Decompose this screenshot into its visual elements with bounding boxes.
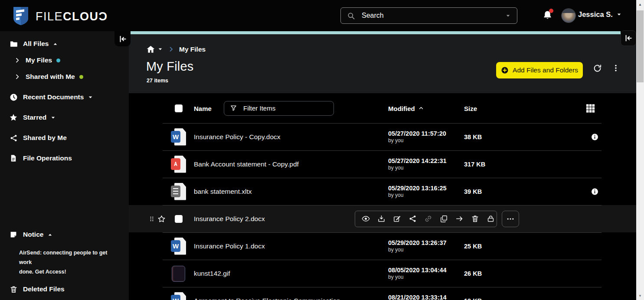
scrollbar-up-icon[interactable]: ▲ bbox=[636, 1, 644, 8]
file-name[interactable]: Insurance Policy 1.docx bbox=[194, 242, 265, 250]
notifications-button[interactable] bbox=[543, 10, 553, 21]
table-row[interactable]: kunst142.gif08/05/2020 13:04:44by you26 … bbox=[129, 260, 636, 287]
table-row[interactable]: Bank Account statement - Copy.pdf05/27/2… bbox=[129, 150, 636, 178]
grid-icon bbox=[585, 103, 595, 113]
collapse-right-icon bbox=[624, 34, 633, 42]
sidebar-item-label: All Files bbox=[23, 40, 49, 48]
user-name-label: Jessica S. bbox=[578, 10, 613, 19]
modified-cell: 05/29/2020 13:16:25by you bbox=[388, 185, 447, 198]
lock-icon[interactable] bbox=[487, 215, 495, 223]
modified-date: 05/27/2020 14:22:31 bbox=[388, 157, 447, 164]
sidebar-item-starred[interactable]: Starred bbox=[0, 109, 129, 126]
name-column-header[interactable]: Name bbox=[194, 104, 212, 112]
file-name[interactable]: Agreement to Receive Electronic Communic… bbox=[194, 297, 340, 300]
scrollbar-thumb[interactable] bbox=[637, 10, 644, 82]
note-icon bbox=[9, 231, 18, 238]
link-icon[interactable] bbox=[424, 215, 432, 223]
size-column-header[interactable]: Size bbox=[464, 104, 477, 112]
sidebar-item-shared-by-me[interactable]: Shared by Me bbox=[0, 130, 129, 146]
modified-column-header[interactable]: Modified bbox=[388, 104, 424, 112]
global-search[interactable] bbox=[340, 7, 517, 24]
file-name[interactable]: kunst142.gif bbox=[194, 270, 230, 277]
scrollbar[interactable]: ▲ ▼ bbox=[636, 0, 644, 300]
table-row[interactable]: WAgreement to Receive Electronic Communi… bbox=[129, 287, 636, 300]
brand-text: FILECLOUƆ bbox=[36, 10, 108, 23]
sidebar-collapse-button[interactable] bbox=[114, 31, 131, 46]
row-checkbox[interactable] bbox=[175, 215, 183, 223]
scrollbar-down-icon[interactable]: ▼ bbox=[636, 292, 644, 299]
filter-box[interactable] bbox=[224, 101, 334, 116]
table-row[interactable]: bank statement.xltx05/29/2020 13:16:25by… bbox=[129, 178, 636, 205]
delete-icon[interactable] bbox=[471, 215, 479, 223]
chevron-right-icon bbox=[14, 74, 20, 80]
breadcrumb-home-button[interactable] bbox=[146, 45, 163, 54]
file-icon bbox=[9, 154, 18, 162]
add-files-button[interactable]: Add Files and Folders bbox=[496, 62, 583, 78]
more-options-button[interactable] bbox=[611, 64, 620, 72]
main-header: My Files My Files 27 items Add Files and… bbox=[129, 34, 636, 93]
caret-up-icon bbox=[52, 41, 58, 47]
preview-icon[interactable] bbox=[362, 215, 370, 223]
file-table-header: Name Modified Size bbox=[129, 93, 636, 123]
sidebar-item-all-files[interactable]: All Files bbox=[0, 36, 129, 52]
refresh-button[interactable] bbox=[593, 64, 602, 73]
plus-circle-icon bbox=[501, 66, 509, 74]
file-type-icon-pdf bbox=[171, 155, 186, 173]
info-icon[interactable] bbox=[591, 188, 598, 195]
refresh-icon bbox=[593, 64, 602, 73]
file-name[interactable]: Bank Account statement - Copy.pdf bbox=[194, 160, 299, 168]
sidebar-item-label: File Operations bbox=[23, 154, 72, 162]
user-menu[interactable]: Jessica S. bbox=[578, 10, 622, 19]
breadcrumb-current[interactable]: My Files bbox=[179, 46, 206, 53]
sidebar-item-deleted-files[interactable]: Deleted Files bbox=[0, 281, 129, 297]
file-name[interactable]: bank statement.xltx bbox=[194, 188, 252, 196]
file-table: Name Modified Size WInsurance Policy - C… bbox=[129, 93, 636, 300]
file-type-icon-docx: W bbox=[171, 128, 186, 146]
brand-text-file: FILE bbox=[36, 10, 63, 23]
edit-icon[interactable] bbox=[393, 215, 401, 223]
avatar[interactable] bbox=[561, 8, 576, 23]
file-name[interactable]: Insurance Policy - Copy.docx bbox=[194, 133, 281, 141]
top-bar: FILECLOUƆ Jessica S. bbox=[0, 0, 636, 31]
notice-text-line2: done. Get Access! bbox=[19, 267, 114, 277]
move-icon[interactable] bbox=[455, 215, 464, 223]
user-menu-caret-icon bbox=[616, 12, 622, 17]
row-more-button[interactable] bbox=[502, 211, 519, 227]
sidebar-item-my-files[interactable]: My Files bbox=[0, 52, 129, 68]
sidebar-item-file-operations[interactable]: File Operations bbox=[0, 150, 129, 166]
info-icon[interactable] bbox=[591, 133, 598, 140]
modified-by: by you bbox=[388, 274, 447, 280]
grid-view-button[interactable] bbox=[585, 103, 595, 113]
copy-icon[interactable] bbox=[440, 215, 448, 223]
chevron-right-icon bbox=[14, 57, 20, 63]
size-cell: 317 KB bbox=[464, 161, 485, 168]
home-icon bbox=[146, 45, 155, 54]
star-icon bbox=[9, 113, 18, 122]
search-scope-caret-icon[interactable] bbox=[505, 13, 511, 19]
search-input[interactable] bbox=[361, 11, 505, 20]
modified-by: by you bbox=[388, 192, 447, 198]
drag-handle-icon[interactable] bbox=[149, 215, 155, 222]
table-row[interactable]: WInsurance Policy 1.docx05/29/2020 13:26… bbox=[129, 232, 636, 260]
size-cell: 39 KB bbox=[464, 188, 482, 195]
sidebar-item-shared-with-me[interactable]: Shared with Me bbox=[0, 68, 129, 85]
download-icon[interactable] bbox=[377, 215, 386, 223]
filecloud-logo[interactable]: FILECLOUƆ bbox=[12, 6, 108, 27]
caret-down-icon bbox=[50, 115, 56, 121]
modified-date: 08/21/2020 13:33:14 bbox=[388, 294, 447, 300]
clock-icon bbox=[9, 93, 18, 101]
sidebar-item-recent-documents[interactable]: Recent Documents bbox=[0, 89, 129, 105]
table-row[interactable]: Insurance Policy 2.docx bbox=[129, 205, 636, 232]
sidebar-item-notice[interactable]: Notice bbox=[0, 226, 129, 243]
filter-input[interactable] bbox=[242, 104, 330, 112]
sidebar-item-label: Shared by Me bbox=[23, 134, 67, 142]
panel-collapse-button[interactable] bbox=[621, 30, 636, 46]
table-row[interactable]: WInsurance Policy - Copy.docx05/27/2020 … bbox=[129, 123, 636, 150]
file-name[interactable]: Insurance Policy 2.docx bbox=[194, 215, 265, 223]
notification-dot bbox=[549, 9, 553, 13]
folder-icon bbox=[9, 40, 18, 48]
size-cell: 38 KB bbox=[464, 134, 482, 140]
select-all-checkbox[interactable] bbox=[175, 104, 183, 112]
star-outline-icon[interactable] bbox=[157, 215, 166, 223]
share-icon[interactable] bbox=[409, 215, 417, 223]
